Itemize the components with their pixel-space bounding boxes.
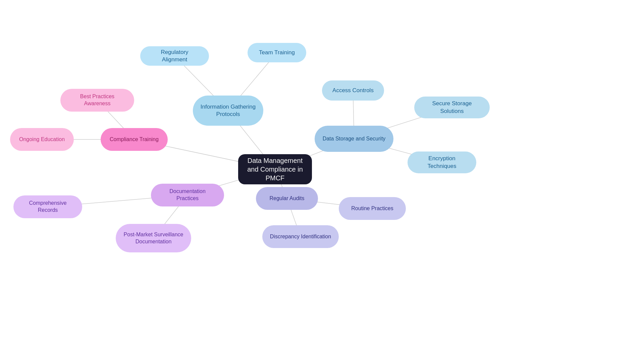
- ongoing-education-node: Ongoing Education: [10, 128, 74, 151]
- secure-storage-node: Secure Storage Solutions: [414, 97, 490, 118]
- post-market-node: Post-Market Surveillance Documentation: [116, 224, 191, 252]
- best-practices-node: Best Practices Awareness: [60, 89, 134, 112]
- regular-audits-node: Regular Audits: [256, 187, 318, 210]
- discrepancy-node: Discrepancy Identification: [262, 225, 339, 248]
- routine-practices-node: Routine Practices: [339, 197, 406, 220]
- data-storage-node: Data Storage and Security: [315, 126, 393, 152]
- access-controls-node: Access Controls: [322, 80, 384, 101]
- team-training-node: Team Training: [248, 43, 306, 62]
- compliance-training-node: Compliance Training: [101, 128, 168, 151]
- regulatory-alignment-node: Regulatory Alignment: [140, 46, 209, 66]
- information-gathering-node: Information Gathering Protocols: [193, 96, 263, 126]
- center-node: Data Management and Compliance in PMCF: [238, 154, 312, 184]
- encryption-node: Encryption Techniques: [408, 152, 476, 173]
- comprehensive-records-node: Comprehensive Records: [13, 195, 82, 218]
- documentation-practices-node: Documentation Practices: [151, 184, 224, 206]
